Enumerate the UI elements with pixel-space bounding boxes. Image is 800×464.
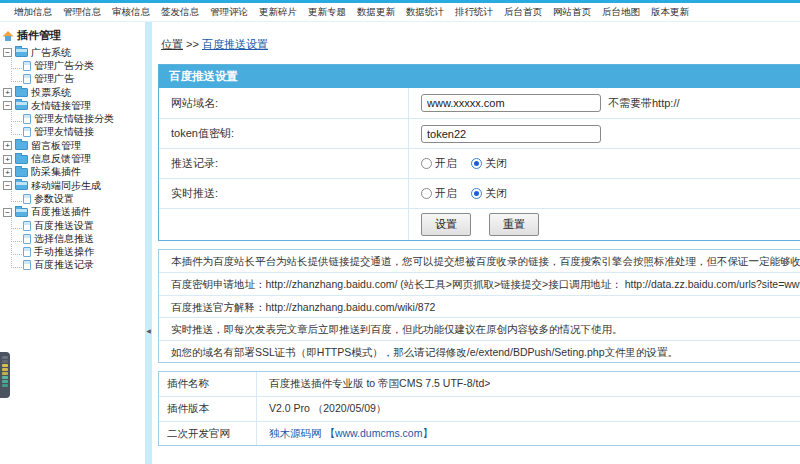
realtime-push-label: 实时推送: [159,179,409,208]
nav-item-manage-info[interactable]: 管理信息 [63,6,101,19]
folder-icon [15,88,28,97]
collapse-arrow-icon[interactable]: ◀ [145,327,152,335]
file-icon [23,194,31,204]
radio-checked-icon[interactable] [471,158,482,169]
realtime-push-on-option[interactable]: 开启 [421,186,457,201]
folder-open-icon [15,101,28,110]
tree-collapse-icon[interactable]: − [3,48,12,57]
folder-icon [15,155,28,164]
nav-item-data-update[interactable]: 数据更新 [357,6,395,19]
tree-node: 参数设置 [2,192,145,205]
sidebar-item-mobile-sync[interactable]: 移动端同步生成 [31,179,101,193]
nav-item-update-fragments[interactable]: 更新碎片 [259,6,297,19]
nav-item-update-topics[interactable]: 更新专题 [308,6,346,19]
nav-item-site-home[interactable]: 网站首页 [553,6,591,19]
radio-unchecked-icon[interactable] [421,188,432,199]
sidebar-item-friend-links[interactable]: 友情链接管理 [31,99,91,113]
domain-input[interactable] [421,94,601,112]
radio-unchecked-icon[interactable] [421,158,432,169]
dev-site-label: 二次开发官网 [159,422,257,446]
tree-node: 百度推送设置 [2,219,145,232]
equalizer-widget-icon[interactable] [0,352,10,398]
tree-connector [11,244,22,255]
tree-expand-icon[interactable]: + [3,155,12,164]
sidebar-item-manage-link-category[interactable]: 管理友情链接分类 [34,112,114,126]
form-row-token: token值密钥: [159,118,800,148]
tree-node-mobile-sync: − 移动端同步生成 [2,179,145,192]
plugin-info-panel: 本插件为百度站长平台为站长提供链接提交通道，您可以提交想被百度收录的链接，百度搜… [158,249,800,363]
reset-button[interactable]: 重置 [489,213,539,236]
plugin-name-label: 插件名称 [159,372,257,397]
tree-node-baidu-push: − 百度推送插件 [2,206,145,219]
push-record-on-option[interactable]: 开启 [421,156,457,171]
folder-open-icon [15,48,28,57]
tree-node-anticollect: + 防采集插件 [2,166,145,179]
tree-node: 管理友情链接 [2,126,145,139]
form-row-domain: 网站域名: 不需要带http:// [159,88,800,118]
realtime-push-off-option[interactable]: 关闭 [471,186,507,201]
sidebar-item-baidu-push-settings[interactable]: 百度推送设置 [34,219,94,233]
sidebar-item-manage-ad-category[interactable]: 管理广告分类 [34,59,94,73]
plugin-version-value: V2.0 Pro （2020/05/09） [257,402,386,416]
tree-connector [11,71,22,82]
sidebar-title: 插件管理 [2,28,145,43]
baidu-push-settings-panel: 百度推送设置 网站域名: 不需要带http:// token值密钥: 推送记录:… [158,64,800,241]
file-icon [23,221,31,231]
folder-open-icon [15,181,28,190]
info-line-official-doc-url: 百度推送官方解释：http://zhanzhang.baidu.com/wiki… [159,295,800,317]
tree-node: 管理广告分类 [2,59,145,72]
tree-expand-icon[interactable]: + [3,88,12,97]
breadcrumb-location-link[interactable]: 位置 [161,38,183,50]
sidebar-item-param-settings[interactable]: 参数设置 [34,192,74,206]
push-record-label: 推送记录: [159,149,409,178]
sidebar-item-guestbook[interactable]: 留言板管理 [31,139,81,153]
breadcrumb-current-link[interactable]: 百度推送设置 [202,38,268,50]
file-icon [23,260,31,270]
tree-expand-icon[interactable]: + [3,168,12,177]
sidebar-item-baidu-push-plugin[interactable]: 百度推送插件 [31,205,91,219]
tree-node-vote-system: + 投票系统 [2,86,145,99]
nav-item-ranking-stats[interactable]: 排行统计 [455,6,493,19]
tree-node-ad-system: − 广告系统 [2,46,145,59]
sidebar-item-push-records[interactable]: 百度推送记录 [34,258,94,272]
tree-node-feedback: + 信息反馈管理 [2,152,145,165]
submit-button[interactable]: 设置 [421,213,471,236]
push-record-off-option[interactable]: 关闭 [471,156,507,171]
sidebar-item-feedback[interactable]: 信息反馈管理 [31,152,91,166]
tree-collapse-icon[interactable]: − [3,101,12,110]
table-row-plugin-version: 插件版本 V2.0 Pro （2020/05/09） [159,396,800,421]
sidebar-item-vote-system[interactable]: 投票系统 [31,86,71,100]
plugin-details-table: 插件名称 百度推送插件专业版 to 帝国CMS 7.5 UTF-8/td> 插件… [158,371,800,447]
info-line-intro: 本插件为百度站长平台为站长提供链接提交通道，您可以提交想被百度收录的链接，百度搜… [159,250,800,272]
nav-item-manage-comments[interactable]: 管理评论 [210,6,248,19]
tree-collapse-icon[interactable]: − [3,208,12,217]
sidebar-item-manage-links[interactable]: 管理友情链接 [34,125,94,139]
folder-open-icon [15,208,28,217]
sidebar-item-manual-push[interactable]: 手动推送操作 [34,245,94,259]
tree-expand-icon[interactable]: + [3,141,12,150]
radio-checked-icon[interactable] [471,188,482,199]
sidebar-item-ad-system[interactable]: 广告系统 [31,46,71,60]
nav-item-admin-map[interactable]: 后台地图 [602,6,640,19]
sidebar-splitter[interactable]: ◀ [145,22,152,464]
table-row-dev-site: 二次开发官网 独木源码网 【www.dumcms.com】 [159,421,800,446]
nav-item-review-info[interactable]: 审核信息 [112,6,150,19]
dev-site-link[interactable]: 独木源码网 【www.dumcms.com】 [269,427,433,439]
sidebar-item-manage-ads[interactable]: 管理广告 [34,72,74,86]
sidebar-item-select-info-push[interactable]: 选择信息推送 [34,232,94,246]
nav-item-add-info[interactable]: 增加信息 [14,6,52,19]
token-input[interactable] [421,125,601,143]
file-icon [23,61,31,71]
nav-item-version-update[interactable]: 版本更新 [651,6,689,19]
nav-item-admin-home[interactable]: 后台首页 [504,6,542,19]
nav-item-sign-info[interactable]: 签发信息 [161,6,199,19]
panel-title: 百度推送设置 [159,65,800,88]
tree-collapse-icon[interactable]: − [3,181,12,190]
tree-node-links: − 友情链接管理 [2,99,145,112]
token-label: token值密钥: [159,119,409,148]
nav-item-data-stats[interactable]: 数据统计 [406,6,444,19]
top-nav: 增加信息 管理信息 审核信息 签发信息 管理评论 更新碎片 更新专题 数据更新 … [0,0,800,22]
plugin-name-value: 百度推送插件专业版 to 帝国CMS 7.5 UTF-8/td> [257,377,490,391]
folder-icon [15,168,28,177]
sidebar-item-anti-collect[interactable]: 防采集插件 [31,165,81,179]
